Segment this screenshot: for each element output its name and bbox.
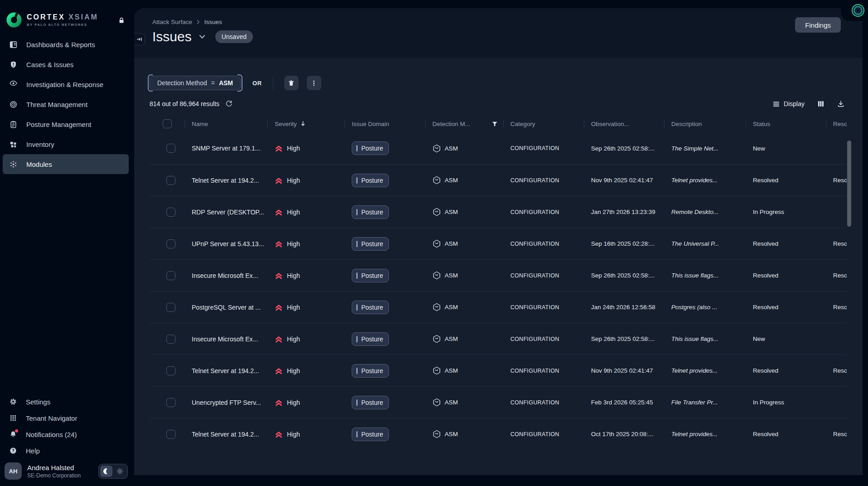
sidebar-item-settings[interactable]: Settings	[0, 394, 134, 410]
row-checkbox[interactable]	[166, 335, 175, 344]
issue-name[interactable]: Telnet Server at 194.2...	[184, 367, 267, 374]
sidebar-item-inventory[interactable]: Inventory	[0, 134, 134, 154]
theme-toggle[interactable]	[98, 464, 128, 479]
breadcrumb-attack-surface[interactable]: Attack Surface	[152, 19, 192, 25]
header-resolution[interactable]: Resolu	[826, 115, 847, 132]
delete-filter-button[interactable]	[284, 76, 299, 90]
row-checkbox[interactable]	[166, 144, 175, 153]
row-checkbox[interactable]	[166, 430, 175, 439]
display-button[interactable]: Display	[773, 100, 805, 107]
filter-chip-detection-method[interactable]: Detection Method = ASM	[150, 76, 241, 90]
sidebar-item-posture-management[interactable]: Posture Management	[0, 114, 134, 134]
description-text: The Universal P...	[664, 240, 746, 247]
badge-bar	[356, 145, 358, 151]
breadcrumb[interactable]: Attack Surface Issues	[152, 19, 222, 25]
header-name[interactable]: Name	[184, 115, 267, 132]
or-join-label[interactable]: OR	[252, 80, 262, 87]
table-row[interactable]: RDP Server (DESKTOP... High Posture ASM …	[150, 196, 847, 228]
sidebar-item-label: Inventory	[26, 141, 54, 148]
status-ring-icon[interactable]	[851, 4, 865, 17]
issue-domain-label: Posture	[361, 304, 383, 311]
severity-high-icon	[275, 399, 283, 407]
category-label: CONFIGURATION	[503, 177, 584, 184]
severity-label: High	[287, 240, 300, 248]
observation-timestamp: Sep 16th 2025 02:28:...	[584, 240, 664, 247]
badge-bar	[356, 241, 358, 247]
observation-timestamp: Sep 26th 2025 02:58:...	[584, 335, 664, 342]
table-row[interactable]: SNMP Server at 179.1... High Posture ASM…	[150, 132, 847, 164]
row-checkbox[interactable]	[166, 303, 175, 312]
issue-name[interactable]: UPnP Server at 5.43.13...	[184, 240, 267, 248]
trash-icon	[288, 80, 295, 87]
issue-name[interactable]: Unencrypted FTP Serv...	[184, 399, 267, 406]
table-row[interactable]: Telnet Server at 194.2... High Posture A…	[150, 418, 847, 450]
issue-name[interactable]: Insecure Microsoft Ex...	[184, 272, 267, 279]
sidebar-item-notifications-24[interactable]: Notifications (24)	[0, 426, 134, 442]
header-severity[interactable]: Severity	[267, 115, 344, 132]
light-mode-button[interactable]	[114, 466, 126, 477]
vertical-scrollbar[interactable]	[847, 141, 851, 227]
sidebar-collapse-button[interactable]	[134, 33, 145, 45]
severity-high-icon	[275, 272, 283, 280]
sidebar-item-threat-management[interactable]: Threat Management	[0, 94, 134, 114]
table-row[interactable]: UPnP Server at 5.43.13... High Posture A…	[150, 228, 847, 259]
breadcrumb-issues[interactable]: Issues	[204, 19, 222, 25]
user-row[interactable]: AH Andrea Halsted SE-Demo Corporation	[0, 459, 134, 483]
avatar[interactable]: AH	[5, 462, 22, 480]
sidebar-item-tenant-navigator[interactable]: Tenant Navigator	[0, 410, 134, 426]
more-options-button[interactable]	[307, 76, 321, 90]
dark-mode-button[interactable]	[100, 466, 112, 477]
issue-name[interactable]: Insecure Microsoft Ex...	[184, 335, 267, 343]
row-checkbox[interactable]	[166, 366, 175, 375]
download-icon[interactable]	[837, 100, 844, 107]
asm-hexagon-icon	[432, 303, 441, 311]
columns-icon[interactable]	[817, 100, 824, 107]
table-row[interactable]: Insecure Microsoft Ex... High Posture AS…	[150, 259, 847, 291]
cortex-logo-icon	[6, 12, 22, 28]
header-description[interactable]: Description	[664, 115, 746, 132]
issue-name[interactable]: PostgreSQL Server at ...	[184, 304, 267, 311]
resolution-label: Resol	[826, 304, 847, 311]
row-checkbox[interactable]	[166, 239, 175, 248]
sidebar-item-modules[interactable]: Modules	[3, 154, 129, 174]
issue-name[interactable]: Telnet Server at 194.2...	[184, 431, 267, 438]
table-row[interactable]: Telnet Server at 194.2... High Posture A…	[150, 164, 847, 196]
severity-label: High	[287, 209, 300, 216]
table-row[interactable]: PostgreSQL Server at ... High Posture AS…	[150, 291, 847, 323]
refresh-icon[interactable]	[225, 100, 233, 107]
issue-name[interactable]: SNMP Server at 179.1...	[184, 145, 267, 152]
sort-descending-icon	[301, 121, 305, 127]
select-all-checkbox[interactable]	[163, 119, 172, 128]
status-label: In Progress	[746, 209, 826, 215]
table-row[interactable]: Telnet Server at 194.2... High Posture A…	[150, 355, 847, 386]
sidebar-item-label: Dashboards & Reports	[26, 41, 95, 49]
sidebar-item-investigation-response[interactable]: Investigation & Response	[0, 74, 134, 94]
header-category[interactable]: Category	[503, 115, 584, 132]
sidebar-item-cases-issues[interactable]: Cases & Issues	[0, 54, 134, 74]
svg-text:?: ?	[12, 448, 14, 453]
chevron-down-icon[interactable]	[198, 33, 206, 41]
severity-high-icon	[275, 303, 283, 311]
table-row[interactable]: Unencrypted FTP Serv... High Posture ASM…	[150, 386, 847, 418]
sidebar-footer: Settings Tenant Navigator Notifications …	[0, 394, 134, 486]
findings-button[interactable]: Findings	[795, 17, 841, 33]
issue-name[interactable]: RDP Server (DESKTOP...	[184, 209, 267, 216]
row-checkbox[interactable]	[166, 208, 175, 217]
lock-icon	[118, 17, 125, 24]
header-observation[interactable]: Observation...	[584, 115, 664, 132]
table-row[interactable]: Insecure Microsoft Ex... High Posture AS…	[150, 323, 847, 355]
sidebar-item-help[interactable]: ? Help	[0, 442, 134, 459]
category-label: CONFIGURATION	[503, 336, 584, 342]
row-checkbox[interactable]	[166, 271, 175, 280]
table-body: SNMP Server at 179.1... High Posture ASM…	[150, 132, 847, 450]
filter-funnel-icon[interactable]	[492, 121, 498, 127]
row-checkbox[interactable]	[166, 398, 175, 407]
header-detection-method[interactable]: Detection M...	[425, 115, 503, 132]
header-issue-domain[interactable]: Issue Domain	[344, 115, 425, 132]
header-status[interactable]: Status	[746, 115, 826, 132]
sidebar-item-dashboards-reports[interactable]: Dashboards & Reports	[0, 34, 134, 54]
row-checkbox[interactable]	[166, 176, 175, 185]
issue-domain-badge: Posture	[352, 141, 389, 155]
description-text: This issue flags...	[664, 272, 746, 279]
issue-name[interactable]: Telnet Server at 194.2...	[184, 177, 267, 184]
